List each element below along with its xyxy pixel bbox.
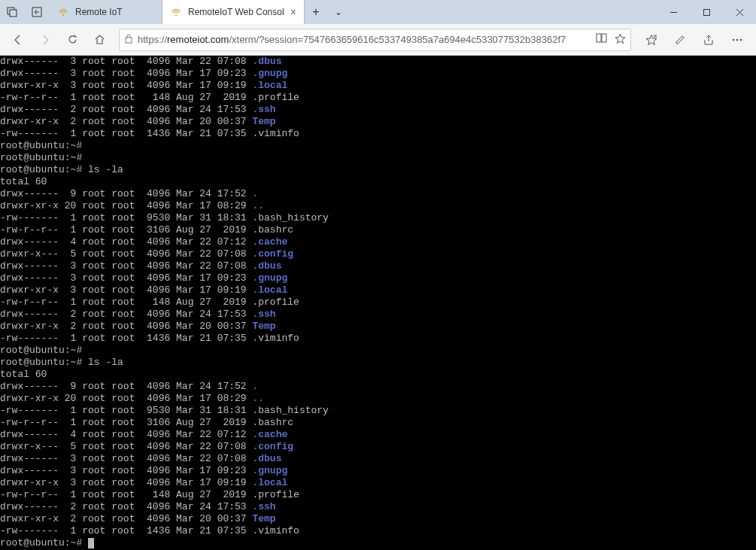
home-button[interactable] — [87, 28, 111, 52]
share-button[interactable] — [696, 28, 721, 52]
forward-button[interactable] — [33, 28, 57, 52]
svg-rect-6 — [703, 9, 709, 15]
ls-row: drwxr-xr-x 20 root root 4096 Mar 17 08:2… — [0, 200, 756, 212]
notes-button[interactable] — [667, 28, 693, 52]
favorites-button[interactable] — [639, 28, 664, 52]
minimize-button[interactable] — [657, 0, 690, 24]
maximize-button[interactable] — [690, 0, 723, 24]
ls-row: -rw------- 1 root root 1436 Mar 21 07:35… — [0, 128, 756, 140]
ls-row: drwx------ 4 root root 4096 Mar 22 07:12… — [0, 429, 756, 441]
set-aside-button[interactable] — [25, 0, 49, 24]
back-button[interactable] — [6, 28, 30, 52]
ls-row: drwx------ 3 root root 4096 Mar 22 07:08… — [0, 260, 756, 272]
tab-label: RemoteIoT Web Consol — [188, 7, 284, 17]
tab-label: Remote IoT — [75, 7, 123, 17]
url-input[interactable]: https://remoteiot.com/xterm/?session=754… — [119, 29, 631, 51]
ls-row: -rw------- 1 root root 9530 Mar 31 18:31… — [0, 405, 756, 417]
ls-row: drwx------ 3 root root 4096 Mar 17 09:23… — [0, 272, 756, 284]
ls-row: drwx------ 3 root root 4096 Mar 17 09:23… — [0, 68, 756, 80]
ls-row: -rw-r--r-- 1 root root 3106 Aug 27 2019 … — [0, 417, 756, 429]
ls-row: drwxr-x--- 5 root root 4096 Mar 22 07:08… — [0, 248, 756, 260]
prompt-line: root@ubuntu:~# ls -la — [0, 164, 756, 176]
ls-row: drwxr-xr-x 3 root root 4096 Mar 17 09:19… — [0, 80, 756, 92]
ls-row: -rw------- 1 root root 1436 Mar 21 07:35… — [0, 333, 756, 345]
new-tab-button[interactable]: + — [305, 0, 327, 24]
svg-rect-1 — [10, 10, 17, 17]
recent-activity-button[interactable] — [0, 0, 24, 24]
ls-row: -rw-r--r-- 1 root root 148 Aug 27 2019 .… — [0, 92, 756, 104]
ls-row: -rw------- 1 root root 9530 Mar 31 18:31… — [0, 212, 756, 224]
cursor — [88, 538, 94, 548]
ls-row: -rw------- 1 root root 1436 Mar 21 07:35… — [0, 525, 756, 537]
ls-row: drwxr-xr-x 2 root root 4096 Mar 20 00:37… — [0, 116, 756, 128]
tab-web-console[interactable]: RemoteIoT Web Consol × — [162, 0, 305, 24]
wifi-icon — [170, 6, 182, 18]
svg-point-3 — [62, 14, 64, 16]
more-button[interactable] — [724, 28, 750, 52]
wifi-icon — [57, 6, 69, 18]
prompt-line: root@ubuntu:~# — [0, 140, 756, 152]
close-icon[interactable]: × — [290, 6, 296, 18]
ls-row: -rw-r--r-- 1 root root 3106 Aug 27 2019 … — [0, 224, 756, 236]
svg-rect-11 — [602, 34, 606, 42]
prompt-line: root@ubuntu:~# — [0, 537, 756, 549]
svg-point-14 — [733, 38, 735, 41]
ls-row: drwxr-xr-x 3 root root 4096 Mar 17 09:19… — [0, 477, 756, 489]
ls-row: drwxr-xr-x 2 root root 4096 Mar 20 00:37… — [0, 321, 756, 333]
ls-row: drwx------ 3 root root 4096 Mar 22 07:08… — [0, 56, 756, 68]
ls-row: drwx------ 3 root root 4096 Mar 22 07:08… — [0, 453, 756, 465]
ls-row: drwx------ 9 root root 4096 Mar 24 17:52… — [0, 381, 756, 393]
ls-row: -rw-r--r-- 1 root root 148 Aug 27 2019 .… — [0, 296, 756, 308]
prompt-line: root@ubuntu:~# — [0, 152, 756, 164]
svg-rect-9 — [126, 38, 132, 43]
svg-point-15 — [736, 38, 739, 41]
ls-row: -rw-r--r-- 1 root root 148 Aug 27 2019 .… — [0, 489, 756, 501]
tab-strip: Remote IoT RemoteIoT Web Consol × + ⌄ — [50, 0, 657, 24]
tab-chevron-button[interactable]: ⌄ — [327, 0, 350, 24]
ls-row: drwx------ 2 root root 4096 Mar 24 17:53… — [0, 308, 756, 321]
prompt-line: root@ubuntu:~# — [0, 345, 756, 357]
ls-row: drwxr-xr-x 2 root root 4096 Mar 20 00:37… — [0, 513, 756, 525]
window-controls — [657, 0, 756, 24]
svg-rect-10 — [597, 34, 601, 42]
terminal[interactable]: drwx------ 3 root root 4096 Mar 22 07:08… — [0, 56, 756, 550]
ls-row: drwxr-x--- 5 root root 4096 Mar 22 07:08… — [0, 441, 756, 453]
ls-row: drwx------ 2 root root 4096 Mar 24 17:53… — [0, 501, 756, 513]
favorite-icon[interactable] — [615, 33, 626, 47]
ls-row: drwx------ 9 root root 4096 Mar 24 17:52… — [0, 188, 756, 200]
ls-row: drwxr-xr-x 20 root root 4096 Mar 17 08:2… — [0, 393, 756, 405]
ls-row: drwx------ 4 root root 4096 Mar 22 07:12… — [0, 236, 756, 248]
lock-icon — [124, 33, 133, 46]
ls-row: drwxr-xr-x 3 root root 4096 Mar 17 09:19… — [0, 284, 756, 296]
reading-view-icon[interactable] — [596, 33, 607, 47]
ls-row: drwx------ 3 root root 4096 Mar 17 09:23… — [0, 465, 756, 477]
ls-row: drwx------ 2 root root 4096 Mar 24 17:53… — [0, 104, 756, 116]
titlebar: Remote IoT RemoteIoT Web Consol × + ⌄ — [0, 0, 756, 24]
total-line: total 60 — [0, 176, 756, 188]
address-bar: https://remoteiot.com/xterm/?session=754… — [0, 24, 756, 56]
url-text: https://remoteiot.com/xterm/?session=754… — [138, 34, 566, 45]
prompt-line: root@ubuntu:~# ls -la — [0, 357, 756, 369]
close-window-button[interactable] — [723, 0, 756, 24]
total-line: total 60 — [0, 369, 756, 381]
svg-point-16 — [740, 38, 742, 41]
svg-point-4 — [175, 14, 177, 16]
toolbar-right — [639, 28, 750, 52]
titlebar-left — [0, 0, 50, 24]
tab-remote-iot[interactable]: Remote IoT — [50, 0, 162, 24]
refresh-button[interactable] — [60, 28, 84, 52]
url-actions — [596, 33, 626, 47]
